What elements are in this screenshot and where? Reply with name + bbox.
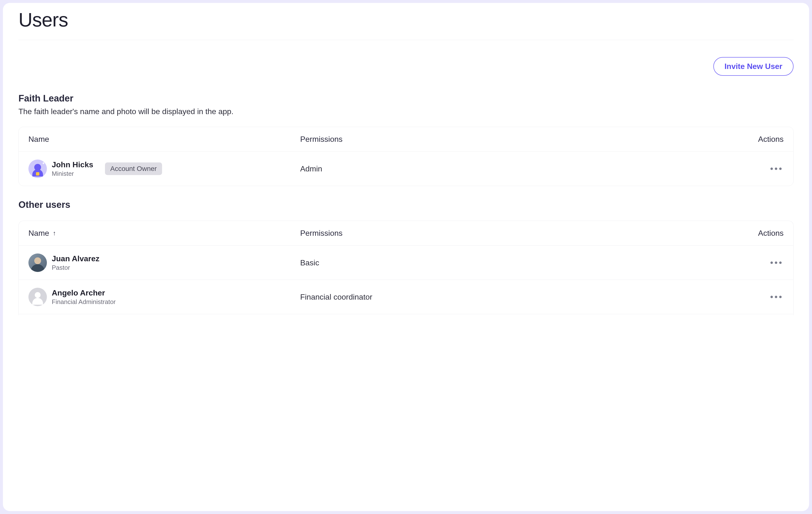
user-role: Financial Administrator <box>52 298 116 306</box>
permissions-value: Admin <box>300 164 735 173</box>
more-actions-button[interactable] <box>768 294 784 300</box>
faith-leader-subtitle: The faith leader's name and photo will b… <box>19 107 793 116</box>
table-row-partial <box>19 314 793 315</box>
actions-cell <box>735 260 784 266</box>
invite-row: Invite New User <box>19 57 793 76</box>
avatar: ✦ <box>28 159 47 178</box>
user-name: Angelo Archer <box>52 288 116 297</box>
table-row: ✦ John Hicks Minister Account Owner Admi… <box>19 152 793 186</box>
column-header-permissions: Permissions <box>300 229 735 238</box>
faith-leader-section: Faith Leader The faith leader's name and… <box>19 93 793 186</box>
column-header-actions: Actions <box>735 135 784 144</box>
faith-leader-title: Faith Leader <box>19 93 793 104</box>
main-card: Users Invite New User Faith Leader The f… <box>3 3 809 511</box>
other-users-section: Other users Name ↑ Permissions Actions <box>19 200 793 315</box>
name-cell: ✦ John Hicks Minister Account Owner <box>28 159 300 178</box>
user-name: Juan Alvarez <box>52 254 99 263</box>
name-cell: Angelo Archer Financial Administrator <box>28 288 300 306</box>
sort-ascending-icon: ↑ <box>53 230 56 237</box>
name-text: John Hicks Minister <box>52 160 93 178</box>
column-header-name: Name <box>28 135 300 144</box>
permissions-value: Financial coordinator <box>300 293 735 302</box>
title-divider <box>19 40 793 40</box>
invite-new-user-button[interactable]: Invite New User <box>713 57 793 76</box>
name-text: Angelo Archer Financial Administrator <box>52 288 116 306</box>
other-users-table: Name ↑ Permissions Actions Juan Alvarez … <box>19 221 793 315</box>
more-actions-button[interactable] <box>768 165 784 172</box>
user-role: Minister <box>52 170 93 178</box>
column-header-permissions: Permissions <box>300 135 735 144</box>
faith-leader-table-header: Name Permissions Actions <box>19 127 793 152</box>
column-header-name-sortable[interactable]: Name ↑ <box>28 229 300 238</box>
name-cell: Juan Alvarez Pastor <box>28 253 300 272</box>
page-title: Users <box>19 9 793 31</box>
table-row: Juan Alvarez Pastor Basic <box>19 245 793 280</box>
more-actions-button[interactable] <box>768 260 784 266</box>
sparkle-icon: ✦ <box>42 161 45 165</box>
user-name: John Hicks <box>52 160 93 169</box>
account-owner-badge: Account Owner <box>105 162 162 175</box>
actions-cell <box>735 294 784 300</box>
user-role: Pastor <box>52 264 99 271</box>
column-header-actions: Actions <box>735 229 784 238</box>
name-text: Juan Alvarez Pastor <box>52 254 99 271</box>
faith-leader-table: Name Permissions Actions ✦ John Hicks Mi… <box>19 127 793 186</box>
column-header-name-label: Name <box>28 229 49 238</box>
avatar <box>28 288 47 306</box>
other-users-title: Other users <box>19 200 793 210</box>
other-users-table-header: Name ↑ Permissions Actions <box>19 221 793 245</box>
actions-cell <box>735 165 784 172</box>
avatar <box>28 253 47 272</box>
table-row: Angelo Archer Financial Administrator Fi… <box>19 280 793 314</box>
permissions-value: Basic <box>300 258 735 267</box>
